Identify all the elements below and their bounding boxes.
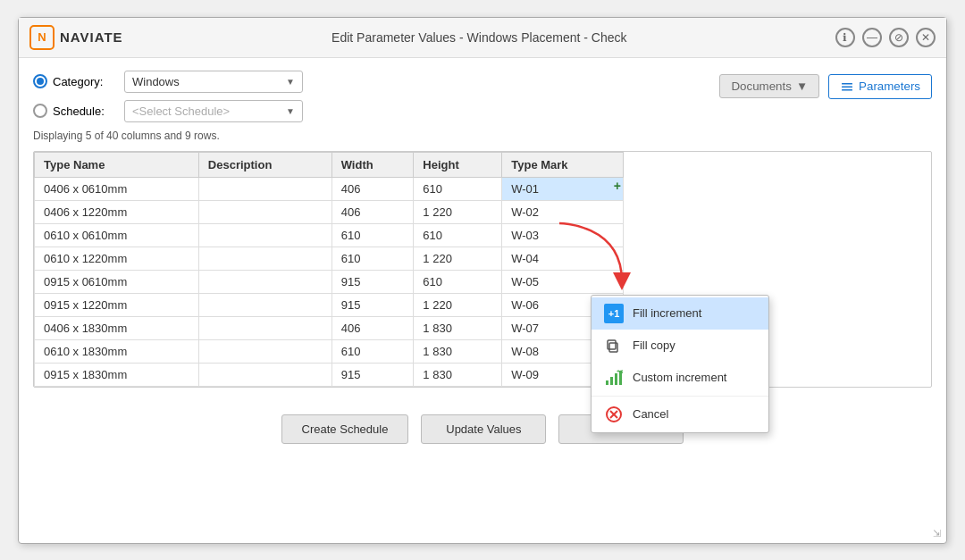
table-row[interactable]: 0915 x 1830mm9151 830W-09 bbox=[35, 363, 624, 386]
col-height: Height bbox=[414, 152, 502, 177]
schedule-label: Schedule: bbox=[53, 104, 105, 118]
form-header-row: Category: Windows ▼ Schedule: <Select Sc… bbox=[33, 71, 932, 130]
fill-copy-label: Fill copy bbox=[633, 339, 676, 352]
svg-rect-7 bbox=[615, 373, 617, 385]
category-dropdown-arrow: ▼ bbox=[286, 77, 295, 87]
table-row[interactable]: 0406 x 1220mm4061 220W-02 bbox=[35, 200, 624, 223]
category-radio-label[interactable]: Category: bbox=[33, 74, 113, 88]
window-title: Edit Parameter Values - Windows Placemen… bbox=[331, 30, 626, 45]
schedule-dropdown-value: <Select Schedule> bbox=[132, 104, 230, 118]
col-width: Width bbox=[331, 152, 414, 177]
data-table: Type Name Description Width Height Type … bbox=[34, 152, 624, 387]
category-dropdown-value: Windows bbox=[132, 75, 180, 88]
category-label: Category: bbox=[53, 75, 103, 88]
parameters-button[interactable]: Parameters bbox=[828, 74, 932, 99]
category-dropdown[interactable]: Windows ▼ bbox=[124, 71, 303, 93]
table-header: Type Name Description Width Height Type … bbox=[35, 152, 624, 177]
ctx-cancel[interactable]: Cancel bbox=[592, 398, 768, 430]
svg-rect-1 bbox=[842, 86, 852, 88]
svg-rect-6 bbox=[610, 377, 613, 385]
ctx-divider bbox=[592, 396, 768, 397]
title-bar: N NAVIATE Edit Parameter Values - Window… bbox=[19, 18, 946, 58]
resize-handle[interactable]: ⇲ bbox=[933, 528, 941, 539]
ctx-fill-copy[interactable]: Fill copy bbox=[592, 330, 768, 362]
fill-increment-label: Fill increment bbox=[633, 306, 701, 320]
table-row[interactable]: 0406 x 1830mm4061 830W-07 bbox=[35, 316, 624, 339]
svg-text:+1: +1 bbox=[617, 370, 623, 374]
fill-increment-icon: +1 bbox=[604, 304, 624, 323]
ctx-fill-increment[interactable]: +1 Fill increment bbox=[592, 297, 768, 330]
documents-arrow: ▼ bbox=[796, 79, 808, 93]
svg-rect-5 bbox=[606, 380, 608, 385]
col-type-mark: Type Mark bbox=[502, 152, 624, 177]
custom-increment-icon: +1 bbox=[604, 368, 624, 388]
footer-buttons: Create Schedule Update Values Close bbox=[19, 414, 946, 444]
cancel-icon bbox=[604, 405, 624, 424]
fill-copy-icon bbox=[604, 336, 624, 355]
form-right: Documents ▼ Parameters bbox=[719, 71, 932, 99]
parameters-label: Parameters bbox=[859, 79, 920, 93]
info-button[interactable]: ℹ bbox=[835, 28, 855, 47]
table-body: 0406 x 0610mm406610W-01+0406 x 1220mm406… bbox=[35, 177, 624, 386]
data-table-wrapper: Type Name Description Width Height Type … bbox=[33, 151, 932, 388]
minimize-button[interactable]: — bbox=[862, 28, 882, 47]
create-schedule-button[interactable]: Create Schedule bbox=[281, 414, 409, 444]
schedule-radio-label[interactable]: Schedule: bbox=[33, 104, 113, 118]
schedule-radio[interactable] bbox=[33, 104, 47, 118]
close-button[interactable]: ✕ bbox=[916, 28, 936, 47]
documents-button[interactable]: Documents ▼ bbox=[719, 74, 819, 98]
table-row[interactable]: 0406 x 0610mm406610W-01+ bbox=[35, 177, 624, 200]
naviate-logo: N NAVIATE bbox=[29, 25, 123, 50]
table-row[interactable]: 0915 x 1220mm9151 220W-06 bbox=[35, 293, 624, 316]
context-menu: +1 Fill increment Fill copy +1 bbox=[591, 295, 769, 433]
title-bar-controls: ℹ — ⊘ ✕ bbox=[835, 28, 936, 47]
ctx-custom-increment[interactable]: +1 Custom increment bbox=[592, 362, 768, 394]
category-row: Category: Windows ▼ bbox=[33, 71, 719, 93]
schedule-dropdown-arrow: ▼ bbox=[286, 106, 295, 116]
svg-rect-2 bbox=[842, 89, 852, 91]
table-row[interactable]: 0915 x 0610mm915610W-05 bbox=[35, 270, 624, 293]
documents-label: Documents bbox=[731, 79, 791, 93]
cancel-label: Cancel bbox=[633, 407, 668, 421]
schedule-dropdown[interactable]: <Select Schedule> ▼ bbox=[124, 100, 303, 122]
parameters-icon bbox=[840, 79, 854, 94]
table-row[interactable]: 0610 x 0610mm610610W-03 bbox=[35, 223, 624, 247]
title-bar-left: N NAVIATE bbox=[29, 25, 123, 50]
col-type-name: Type Name bbox=[35, 152, 199, 177]
update-values-button[interactable]: Update Values bbox=[421, 414, 546, 444]
custom-increment-label: Custom increment bbox=[633, 371, 726, 384]
svg-rect-0 bbox=[842, 83, 852, 85]
display-info: Displaying 5 of 40 columns and 9 rows. bbox=[33, 130, 932, 142]
category-radio[interactable] bbox=[33, 74, 47, 88]
schedule-row: Schedule: <Select Schedule> ▼ bbox=[33, 100, 719, 122]
form-left: Category: Windows ▼ Schedule: <Select Sc… bbox=[33, 71, 719, 130]
logo-brand: NAVIATE bbox=[60, 29, 123, 45]
plus-badge: + bbox=[614, 180, 621, 192]
col-description: Description bbox=[198, 152, 331, 177]
table-row[interactable]: 0610 x 1830mm6101 830W-08 bbox=[35, 339, 624, 363]
content-area: Category: Windows ▼ Schedule: <Select Sc… bbox=[19, 58, 946, 400]
logo-icon: N bbox=[29, 25, 55, 50]
block-button[interactable]: ⊘ bbox=[889, 28, 909, 47]
table-row[interactable]: 0610 x 1220mm6101 220W-04 bbox=[35, 247, 624, 270]
main-window: N NAVIATE Edit Parameter Values - Window… bbox=[18, 17, 947, 544]
